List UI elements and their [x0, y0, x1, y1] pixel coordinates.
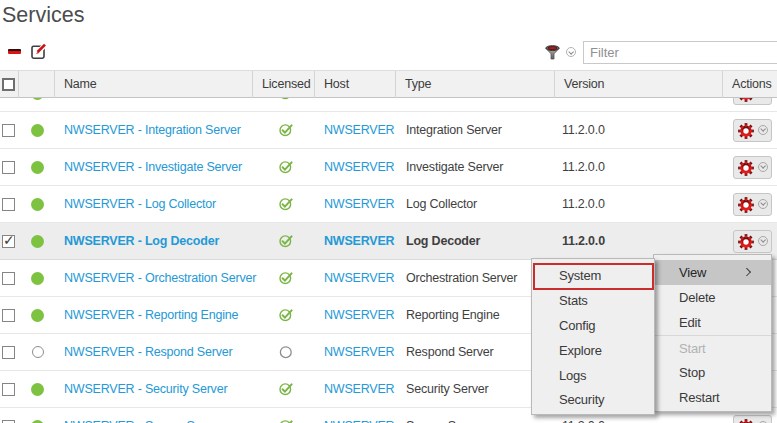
service-row[interactable]: NWSERVER - Integration Server NWSERVER I…: [0, 112, 777, 149]
header-label: Licensed: [253, 77, 310, 91]
submenu-item[interactable]: System: [534, 264, 653, 289]
service-type: Source Server: [406, 408, 483, 423]
service-name-link[interactable]: NWSERVER - Investigate Server: [64, 149, 242, 185]
header-label: Type: [396, 77, 431, 91]
row-checkbox[interactable]: [2, 383, 15, 396]
host-link[interactable]: NWSERVER: [324, 186, 394, 222]
licensed-icon: [279, 308, 293, 322]
row-checkbox[interactable]: [2, 420, 15, 423]
status-icon: [31, 309, 44, 322]
submenu-item[interactable]: Explore: [532, 339, 654, 364]
service-row[interactable]: [0, 98, 777, 112]
service-name-link[interactable]: NWSERVER - Respond Server: [64, 334, 232, 370]
header-licensed[interactable]: Licensed: [253, 71, 315, 98]
row-checkbox[interactable]: [2, 346, 15, 359]
row-actions-button[interactable]: [733, 230, 772, 253]
submenu-arrow-icon: [742, 268, 750, 276]
context-menu-item[interactable]: Restart: [654, 385, 771, 410]
context-menu-item[interactable]: View: [654, 260, 771, 285]
row-actions-button[interactable]: [733, 415, 772, 423]
submenu-item[interactable]: Security: [532, 388, 654, 413]
row-actions-button[interactable]: [733, 119, 772, 142]
service-type: Investigate Server: [406, 149, 503, 185]
header-version[interactable]: Version: [555, 71, 723, 98]
submenu-item-label: Security: [559, 392, 604, 407]
submenu-item-label: Stats: [559, 293, 588, 308]
menu-item-label: Stop: [679, 365, 705, 380]
header-type[interactable]: Type: [396, 71, 555, 98]
header-label: Name: [55, 77, 97, 91]
context-menu-item[interactable]: Delete: [654, 285, 771, 310]
actions-chevron-icon: [758, 162, 768, 172]
gear-icon: [738, 197, 754, 213]
service-version: 11.2.0.0: [562, 186, 605, 222]
submenu-item-label: Config: [559, 318, 595, 333]
status-icon: [32, 346, 44, 358]
submenu-item[interactable]: Logs: [532, 364, 654, 389]
submenu-item[interactable]: Stats: [532, 289, 654, 314]
header-actions[interactable]: Actions: [723, 71, 777, 98]
host-link[interactable]: NWSERVER: [324, 260, 394, 296]
menu-item-label: View: [679, 265, 706, 280]
toolbar: [0, 38, 777, 66]
row-actions-button[interactable]: [733, 193, 772, 216]
filter-input[interactable]: [583, 41, 777, 64]
host-link[interactable]: NWSERVER: [324, 371, 394, 407]
host-link[interactable]: NWSERVER: [324, 408, 394, 423]
service-version: 11.2.0.0: [562, 112, 605, 148]
service-row[interactable]: NWSERVER - Investigate Server NWSERVER I…: [0, 149, 777, 186]
row-checkbox[interactable]: [2, 272, 15, 285]
gear-icon: [738, 98, 754, 102]
row-checkbox[interactable]: [2, 309, 15, 322]
header-select-all[interactable]: [0, 71, 19, 98]
remove-service-icon[interactable]: [8, 49, 21, 54]
row-actions-button[interactable]: [733, 156, 772, 179]
licensed-icon: [279, 98, 293, 100]
grid-header: Name Licensed Host Type Version Actions: [0, 70, 777, 98]
context-menu-item[interactable]: Edit: [654, 310, 771, 335]
service-name-link[interactable]: NWSERVER - Integration Server: [64, 112, 241, 148]
service-row[interactable]: NWSERVER - Log Collector NWSERVER Log Co…: [0, 186, 777, 223]
host-link[interactable]: NWSERVER: [324, 223, 394, 259]
host-link[interactable]: NWSERVER: [324, 334, 394, 370]
service-name-link[interactable]: NWSERVER - Security Server: [64, 371, 227, 407]
service-type: Orchestration Server: [406, 260, 517, 296]
header-host[interactable]: Host: [315, 71, 396, 98]
licensed-icon: [279, 234, 293, 248]
licensed-icon: [279, 419, 293, 423]
submenu-item-label: Logs: [559, 368, 586, 383]
actions-context-menu: View Delete Edit Start Stop Restart: [653, 254, 772, 412]
context-menu-item[interactable]: Stop: [654, 360, 771, 385]
status-icon: [31, 235, 44, 248]
licensed-icon: [279, 271, 293, 285]
submenu-item[interactable]: Config: [532, 314, 654, 339]
filter-options-chevron-icon[interactable]: [566, 47, 576, 57]
service-name-link[interactable]: NWSERVER - Source Server: [64, 408, 222, 423]
host-link[interactable]: NWSERVER: [324, 149, 394, 185]
row-checkbox[interactable]: [2, 161, 15, 174]
filter-funnel-icon[interactable]: [545, 45, 560, 60]
service-name-link[interactable]: NWSERVER - Orchestration Server: [64, 260, 256, 296]
licensed-icon: [279, 382, 293, 396]
header-name[interactable]: Name: [55, 71, 253, 98]
licensed-icon: [279, 197, 293, 211]
host-link[interactable]: NWSERVER: [324, 297, 394, 333]
header-status[interactable]: [19, 71, 55, 98]
service-type: Respond Server: [406, 334, 494, 370]
edit-service-icon[interactable]: [30, 43, 47, 60]
row-checkbox[interactable]: [2, 124, 15, 137]
gear-icon: [738, 123, 754, 139]
row-actions-button[interactable]: [733, 98, 772, 105]
row-checkbox[interactable]: [2, 198, 15, 211]
service-name-link[interactable]: NWSERVER - Log Collector: [64, 186, 216, 222]
service-type: Reporting Engine: [406, 297, 499, 333]
service-type: Security Server: [406, 371, 488, 407]
host-link[interactable]: NWSERVER: [324, 112, 394, 148]
row-checkbox[interactable]: [2, 235, 15, 248]
context-menu-item[interactable]: Start: [654, 335, 771, 360]
select-all-checkbox[interactable]: [2, 78, 15, 91]
service-name-link[interactable]: NWSERVER - Log Decoder: [64, 223, 219, 259]
service-name-link[interactable]: NWSERVER - Reporting Engine: [64, 297, 238, 333]
licensed-icon: [279, 345, 293, 359]
status-icon: [31, 98, 44, 100]
